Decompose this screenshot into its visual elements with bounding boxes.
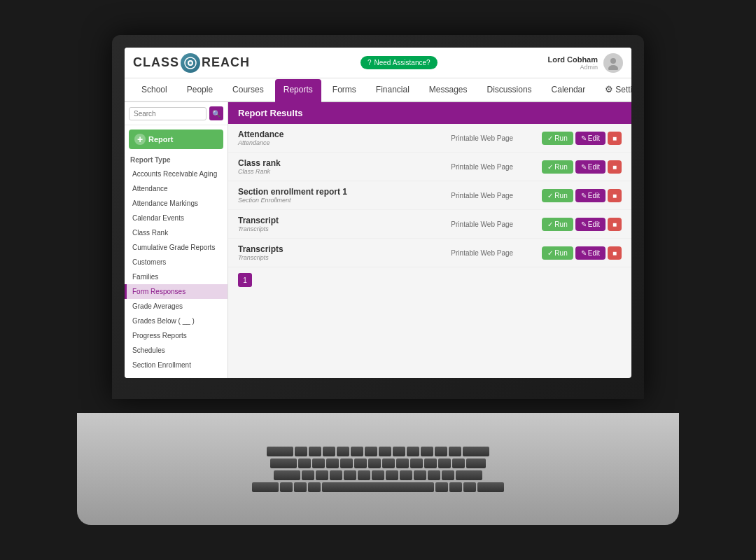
sidebar-item-cumulative-grade[interactable]: Cumulative Grade Reports bbox=[125, 240, 227, 255]
nav-item-calendar[interactable]: Calendar bbox=[543, 79, 594, 102]
edit-label: Edit bbox=[588, 192, 600, 200]
edit-icon: ✎ bbox=[581, 220, 587, 228]
sidebar-item-grades-below[interactable]: Grades Below ( __ ) bbox=[125, 314, 227, 328]
run-button[interactable]: ✓ Run bbox=[542, 189, 573, 202]
add-report-button[interactable]: + Report bbox=[129, 130, 223, 149]
edit-label: Edit bbox=[588, 134, 600, 142]
plus-icon: + bbox=[134, 134, 146, 145]
logo-text-right: REACH bbox=[202, 55, 250, 70]
nav-item-people[interactable]: People bbox=[178, 79, 221, 102]
search-icon: 🔍 bbox=[212, 110, 220, 118]
sidebar-item-section-enrollment[interactable]: Section Enrollment bbox=[125, 358, 227, 372]
report-format: Printable Web Page bbox=[451, 220, 542, 228]
svg-point-3 bbox=[610, 58, 616, 64]
run-button[interactable]: ✓ Run bbox=[542, 246, 573, 260]
report-type-tag: Transcripts bbox=[238, 254, 451, 261]
nav-bar: School People Courses Reports Forms Fina… bbox=[125, 78, 631, 102]
report-type-label: Report Type bbox=[125, 153, 227, 167]
sidebar-item-calendar-events[interactable]: Calendar Events bbox=[125, 211, 227, 225]
avatar bbox=[603, 53, 623, 73]
edit-button[interactable]: ✎ Edit bbox=[575, 160, 606, 174]
report-type-tag: Section Enrollment bbox=[238, 197, 451, 204]
delete-button[interactable]: ■ bbox=[608, 246, 622, 260]
delete-icon: ■ bbox=[612, 192, 617, 200]
report-name: Transcripts bbox=[238, 244, 451, 254]
delete-button[interactable]: ■ bbox=[608, 189, 622, 202]
search-button[interactable]: 🔍 bbox=[209, 106, 223, 120]
report-name: Section enrollment report 1 bbox=[238, 187, 451, 197]
nav-item-financial[interactable]: Financial bbox=[368, 79, 418, 102]
run-label: Run bbox=[554, 192, 567, 200]
logo: CLASS REACH bbox=[133, 53, 250, 73]
report-actions: ✓ Run ✎ Edit ■ bbox=[542, 246, 622, 260]
delete-icon: ■ bbox=[612, 134, 617, 142]
sidebar-item-schedules[interactable]: Schedules bbox=[125, 343, 227, 358]
report-name: Attendance bbox=[238, 130, 451, 139]
report-format: Printable Web Page bbox=[451, 192, 542, 200]
sidebar-item-attendance[interactable]: Attendance bbox=[125, 181, 227, 196]
sidebar-item-grade-averages[interactable]: Grade Averages bbox=[125, 299, 227, 314]
delete-button[interactable]: ■ bbox=[608, 218, 622, 231]
edit-label: Edit bbox=[588, 163, 600, 171]
report-type-tag: Class Rank bbox=[238, 168, 451, 175]
add-report-label: Report bbox=[148, 135, 173, 144]
run-button[interactable]: ✓ Run bbox=[542, 132, 573, 145]
report-name: Transcript bbox=[238, 216, 451, 225]
sidebar-item-attendance-markings[interactable]: Attendance Markings bbox=[125, 196, 227, 211]
nav-item-settings[interactable]: ⚙ Settings bbox=[596, 78, 631, 102]
edit-button[interactable]: ✎ Edit bbox=[575, 189, 606, 202]
svg-point-2 bbox=[189, 62, 192, 64]
edit-icon: ✎ bbox=[581, 163, 587, 171]
main-content: Report Results Attendance Attendance Pri… bbox=[228, 102, 631, 378]
sidebar-item-progress-reports[interactable]: Progress Reports bbox=[125, 328, 227, 343]
user-name: Lord Cobham bbox=[548, 55, 598, 64]
report-results-header: Report Results bbox=[228, 102, 631, 124]
nav-item-courses[interactable]: Courses bbox=[224, 79, 272, 102]
logo-text-left: CLASS bbox=[133, 55, 179, 70]
report-info: Transcript Transcripts bbox=[238, 216, 451, 232]
delete-icon: ■ bbox=[612, 249, 617, 257]
page-number-1[interactable]: 1 bbox=[238, 273, 252, 287]
report-type-tag: Attendance bbox=[238, 139, 451, 146]
content-area: 🔍 + Report Report Type Accounts Receivab… bbox=[125, 102, 631, 378]
run-label: Run bbox=[554, 249, 567, 257]
delete-button[interactable]: ■ bbox=[608, 132, 622, 145]
nav-item-settings-label: Settings bbox=[615, 85, 631, 94]
top-bar: CLASS REACH ? Need Assistance? bbox=[125, 48, 631, 78]
check-icon: ✓ bbox=[547, 192, 553, 200]
sidebar-item-customers[interactable]: Customers bbox=[125, 255, 227, 270]
run-button[interactable]: ✓ Run bbox=[542, 160, 573, 174]
report-format: Printable Web Page bbox=[451, 249, 542, 257]
nav-item-reports[interactable]: Reports bbox=[275, 79, 321, 102]
sidebar-item-families[interactable]: Families bbox=[125, 270, 227, 284]
edit-button[interactable]: ✎ Edit bbox=[575, 132, 606, 145]
table-row: Transcript Transcripts Printable Web Pag… bbox=[228, 210, 631, 239]
sidebar-item-class-rank[interactable]: Class Rank bbox=[125, 225, 227, 240]
sidebar-item-accounts-receivable[interactable]: Accounts Receivable Aging bbox=[125, 167, 227, 181]
user-info: Lord Cobham Admin bbox=[548, 53, 624, 73]
edit-label: Edit bbox=[588, 249, 600, 257]
report-actions: ✓ Run ✎ Edit ■ bbox=[542, 160, 622, 174]
search-input[interactable] bbox=[129, 107, 206, 120]
table-row: Section enrollment report 1 Section Enro… bbox=[228, 181, 631, 210]
edit-icon: ✎ bbox=[581, 192, 587, 200]
delete-button[interactable]: ■ bbox=[608, 160, 622, 174]
run-button[interactable]: ✓ Run bbox=[542, 218, 573, 231]
edit-button[interactable]: ✎ Edit bbox=[575, 218, 606, 231]
nav-item-discussions[interactable]: Discussions bbox=[479, 79, 540, 102]
settings-icon: ⚙ bbox=[605, 84, 613, 94]
logo-icon bbox=[181, 53, 200, 73]
delete-icon: ■ bbox=[612, 163, 617, 171]
svg-point-4 bbox=[608, 65, 618, 70]
report-name: Class rank bbox=[238, 158, 451, 168]
edit-icon: ✎ bbox=[581, 134, 587, 142]
nav-item-school[interactable]: School bbox=[133, 79, 176, 102]
edit-label: Edit bbox=[588, 220, 600, 228]
nav-item-messages[interactable]: Messages bbox=[421, 79, 476, 102]
report-actions: ✓ Run ✎ Edit ■ bbox=[542, 218, 622, 231]
sidebar-item-form-responses[interactable]: Form Responses bbox=[125, 284, 227, 299]
table-row: Transcripts Transcripts Printable Web Pa… bbox=[228, 239, 631, 267]
edit-button[interactable]: ✎ Edit bbox=[575, 246, 606, 260]
help-button[interactable]: ? Need Assistance? bbox=[360, 56, 438, 69]
nav-item-forms[interactable]: Forms bbox=[324, 79, 365, 102]
